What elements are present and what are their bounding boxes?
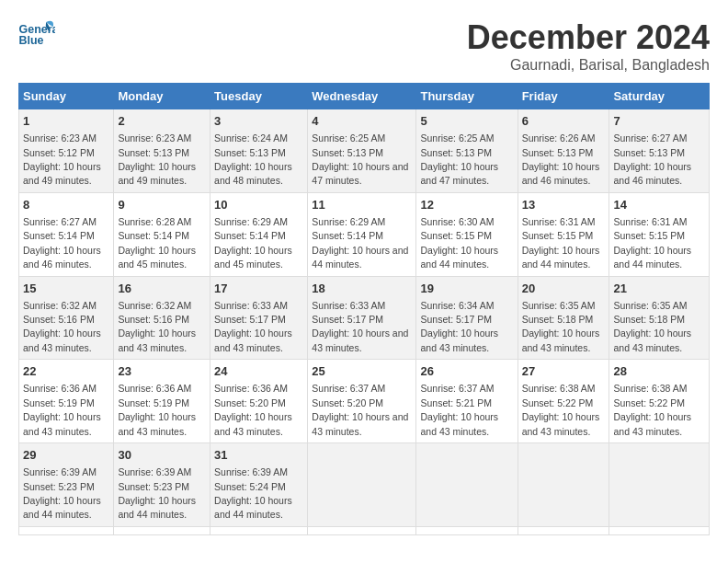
daylight-info: Daylight: 10 hours and 46 minutes.	[23, 245, 101, 270]
calendar-cell: 23 Sunrise: 6:36 AM Sunset: 5:19 PM Dayl…	[114, 360, 210, 443]
calendar-cell: 1 Sunrise: 6:23 AM Sunset: 5:12 PM Dayli…	[19, 109, 114, 193]
calendar-cell	[416, 526, 518, 534]
logo-icon: General Blue	[18, 18, 55, 51]
calendar-cell: 9 Sunrise: 6:28 AM Sunset: 5:14 PM Dayli…	[114, 192, 210, 276]
title-block: December 2024 Gaurnadi, Barisal, Banglad…	[467, 18, 710, 74]
svg-text:Blue: Blue	[19, 34, 44, 47]
page-title: December 2024	[467, 18, 710, 57]
daylight-info: Daylight: 10 hours and 43 minutes.	[312, 411, 408, 436]
calendar-week-row	[19, 526, 710, 534]
sunset-info: Sunset: 5:20 PM	[214, 397, 286, 408]
sunrise-info: Sunrise: 6:36 AM	[118, 383, 191, 394]
sunrise-info: Sunrise: 6:25 AM	[420, 132, 494, 144]
sunset-info: Sunset: 5:14 PM	[312, 230, 383, 241]
calendar-week-row: 1 Sunrise: 6:23 AM Sunset: 5:12 PM Dayli…	[19, 109, 710, 193]
calendar-cell: 21 Sunrise: 6:35 AM Sunset: 5:18 PM Dayl…	[609, 276, 710, 360]
day-number: 21	[613, 281, 705, 297]
calendar-cell: 13 Sunrise: 6:31 AM Sunset: 5:15 PM Dayl…	[518, 192, 609, 276]
day-number: 28	[613, 363, 705, 380]
sunrise-info: Sunrise: 6:35 AM	[613, 300, 687, 311]
sunrise-info: Sunrise: 6:39 AM	[118, 466, 191, 477]
sunset-info: Sunset: 5:20 PM	[312, 397, 383, 408]
sunset-info: Sunset: 5:16 PM	[23, 314, 95, 325]
sunset-info: Sunset: 5:15 PM	[522, 230, 594, 241]
sunrise-info: Sunrise: 6:31 AM	[522, 216, 596, 227]
daylight-info: Daylight: 10 hours and 43 minutes.	[312, 327, 408, 352]
calendar-week-row: 29 Sunrise: 6:39 AM Sunset: 5:23 PM Dayl…	[19, 443, 710, 527]
sunset-info: Sunset: 5:24 PM	[214, 481, 286, 492]
sunrise-info: Sunrise: 6:26 AM	[522, 132, 596, 144]
daylight-info: Daylight: 10 hours and 43 minutes.	[613, 327, 691, 352]
calendar-cell: 31 Sunrise: 6:39 AM Sunset: 5:24 PM Dayl…	[210, 443, 308, 527]
sunset-info: Sunset: 5:19 PM	[118, 397, 189, 408]
calendar-cell: 17 Sunrise: 6:33 AM Sunset: 5:17 PM Dayl…	[210, 276, 308, 360]
daylight-info: Daylight: 10 hours and 43 minutes.	[613, 411, 691, 436]
sunrise-info: Sunrise: 6:23 AM	[23, 132, 97, 144]
col-sunday: Sunday	[19, 84, 114, 109]
day-number: 1	[23, 113, 109, 130]
sunrise-info: Sunrise: 6:27 AM	[613, 132, 687, 144]
day-number: 8	[23, 197, 109, 213]
calendar-week-row: 15 Sunrise: 6:32 AM Sunset: 5:16 PM Dayl…	[19, 276, 710, 360]
daylight-info: Daylight: 10 hours and 44 minutes.	[522, 245, 600, 270]
sunrise-info: Sunrise: 6:33 AM	[312, 300, 385, 311]
sunrise-info: Sunrise: 6:25 AM	[312, 132, 385, 144]
sunrise-info: Sunrise: 6:37 AM	[312, 383, 385, 394]
day-number: 24	[214, 363, 303, 380]
sunset-info: Sunset: 5:17 PM	[312, 314, 383, 325]
calendar-cell: 15 Sunrise: 6:32 AM Sunset: 5:16 PM Dayl…	[19, 276, 114, 360]
day-number: 20	[522, 281, 606, 297]
calendar-cell: 10 Sunrise: 6:29 AM Sunset: 5:14 PM Dayl…	[210, 192, 308, 276]
calendar-cell: 16 Sunrise: 6:32 AM Sunset: 5:16 PM Dayl…	[114, 276, 210, 360]
calendar-cell	[210, 526, 308, 534]
calendar-cell: 4 Sunrise: 6:25 AM Sunset: 5:13 PM Dayli…	[308, 109, 416, 193]
day-number: 31	[214, 447, 303, 464]
sunrise-info: Sunrise: 6:32 AM	[23, 300, 97, 311]
calendar-cell: 28 Sunrise: 6:38 AM Sunset: 5:22 PM Dayl…	[609, 360, 710, 443]
col-friday: Friday	[518, 84, 609, 109]
daylight-info: Daylight: 10 hours and 45 minutes.	[214, 245, 292, 270]
col-monday: Monday	[114, 84, 210, 109]
calendar-cell: 14 Sunrise: 6:31 AM Sunset: 5:15 PM Dayl…	[609, 192, 710, 276]
day-number: 2	[118, 113, 206, 130]
calendar-table: Sunday Monday Tuesday Wednesday Thursday…	[18, 83, 710, 535]
day-number: 3	[214, 113, 303, 130]
calendar-cell: 8 Sunrise: 6:27 AM Sunset: 5:14 PM Dayli…	[19, 192, 114, 276]
day-number: 29	[23, 447, 109, 464]
daylight-info: Daylight: 10 hours and 44 minutes.	[118, 495, 196, 520]
sunset-info: Sunset: 5:22 PM	[522, 397, 594, 408]
calendar-cell	[308, 526, 416, 534]
calendar-cell: 12 Sunrise: 6:30 AM Sunset: 5:15 PM Dayl…	[416, 192, 518, 276]
calendar-cell: 2 Sunrise: 6:23 AM Sunset: 5:13 PM Dayli…	[114, 109, 210, 193]
sunrise-info: Sunrise: 6:24 AM	[214, 132, 288, 144]
calendar-cell: 5 Sunrise: 6:25 AM Sunset: 5:13 PM Dayli…	[416, 109, 518, 193]
day-number: 12	[420, 197, 513, 213]
sunset-info: Sunset: 5:19 PM	[23, 397, 95, 408]
sunset-info: Sunset: 5:22 PM	[613, 397, 685, 408]
col-saturday: Saturday	[609, 84, 710, 109]
col-wednesday: Wednesday	[308, 84, 416, 109]
sunset-info: Sunset: 5:17 PM	[214, 314, 286, 325]
calendar-cell: 11 Sunrise: 6:29 AM Sunset: 5:14 PM Dayl…	[308, 192, 416, 276]
sunset-info: Sunset: 5:18 PM	[522, 314, 594, 325]
calendar-cell: 24 Sunrise: 6:36 AM Sunset: 5:20 PM Dayl…	[210, 360, 308, 443]
sunrise-info: Sunrise: 6:31 AM	[613, 216, 687, 227]
calendar-cell	[19, 526, 114, 534]
calendar-cell: 29 Sunrise: 6:39 AM Sunset: 5:23 PM Dayl…	[19, 443, 114, 527]
day-number: 18	[312, 281, 412, 297]
col-tuesday: Tuesday	[210, 84, 308, 109]
daylight-info: Daylight: 10 hours and 43 minutes.	[420, 327, 498, 352]
sunset-info: Sunset: 5:16 PM	[118, 314, 189, 325]
daylight-info: Daylight: 10 hours and 43 minutes.	[522, 411, 600, 436]
day-number: 7	[613, 113, 705, 130]
logo: General Blue General	[18, 18, 59, 51]
day-number: 6	[522, 113, 606, 130]
daylight-info: Daylight: 10 hours and 49 minutes.	[118, 161, 196, 186]
sunrise-info: Sunrise: 6:23 AM	[118, 132, 191, 144]
daylight-info: Daylight: 10 hours and 46 minutes.	[613, 161, 691, 186]
daylight-info: Daylight: 10 hours and 44 minutes.	[214, 495, 292, 520]
day-number: 11	[312, 197, 412, 213]
sunrise-info: Sunrise: 6:38 AM	[613, 383, 687, 394]
day-number: 13	[522, 197, 606, 213]
sunset-info: Sunset: 5:23 PM	[118, 481, 189, 492]
